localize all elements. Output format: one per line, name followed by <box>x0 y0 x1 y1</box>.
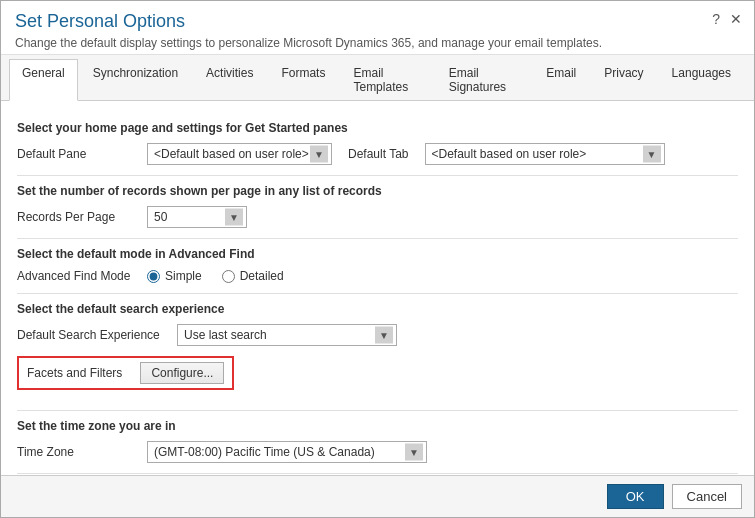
search-experience-select[interactable]: Use last search Categorized Search Relev… <box>177 324 397 346</box>
radio-simple[interactable]: Simple <box>147 269 202 283</box>
dialog-title: Set Personal Options <box>15 11 740 32</box>
records-section-header: Set the number of records shown per page… <box>17 184 738 198</box>
divider-1 <box>17 175 738 176</box>
records-per-page-select[interactable]: 50 25 75 100 <box>147 206 247 228</box>
radio-simple-input[interactable] <box>147 270 160 283</box>
dialog: Set Personal Options Change the default … <box>0 0 755 518</box>
default-pane-label: Default Pane <box>17 147 147 161</box>
tab-synchronization[interactable]: Synchronization <box>80 59 191 100</box>
default-tab-label: Default Tab <box>348 147 409 161</box>
content-area: Select your home page and settings for G… <box>1 101 754 475</box>
default-tab-select-wrapper: <Default based on user role> ▼ <box>425 143 665 165</box>
search-experience-label: Default Search Experience <box>17 328 177 342</box>
search-experience-select-wrapper: Use last search Categorized Search Relev… <box>177 324 397 346</box>
divider-3 <box>17 293 738 294</box>
radio-detailed-input[interactable] <box>222 270 235 283</box>
advanced-find-row: Advanced Find Mode Simple Detailed <box>17 269 738 283</box>
tab-formats[interactable]: Formats <box>268 59 338 100</box>
divider-4 <box>17 410 738 411</box>
advanced-find-label: Advanced Find Mode <box>17 269 147 283</box>
radio-detailed[interactable]: Detailed <box>222 269 284 283</box>
ok-button[interactable]: OK <box>607 484 664 509</box>
help-icon[interactable]: ? <box>712 11 720 27</box>
time-zone-row: Time Zone (GMT-08:00) Pacific Time (US &… <box>17 441 738 463</box>
advanced-find-section-header: Select the default mode in Advanced Find <box>17 247 738 261</box>
default-tab-select[interactable]: <Default based on user role> <box>425 143 665 165</box>
divider-2 <box>17 238 738 239</box>
radio-simple-label: Simple <box>165 269 202 283</box>
records-per-page-label: Records Per Page <box>17 210 147 224</box>
default-pane-select[interactable]: <Default based on user role> <box>147 143 332 165</box>
records-per-page-row: Records Per Page 50 25 75 100 ▼ <box>17 206 738 228</box>
search-experience-row: Default Search Experience Use last searc… <box>17 324 738 346</box>
time-zone-select[interactable]: (GMT-08:00) Pacific Time (US & Canada) (… <box>147 441 427 463</box>
close-icon[interactable]: ✕ <box>730 11 742 27</box>
time-zone-select-wrapper: (GMT-08:00) Pacific Time (US & Canada) (… <box>147 441 427 463</box>
facets-filters-label: Facets and Filters <box>27 366 122 380</box>
home-page-section-header: Select your home page and settings for G… <box>17 121 738 135</box>
tab-email-signatures[interactable]: Email Signatures <box>436 59 532 100</box>
time-zone-section-header: Set the time zone you are in <box>17 419 738 433</box>
configure-button[interactable]: Configure... <box>140 362 224 384</box>
tab-activities[interactable]: Activities <box>193 59 266 100</box>
dialog-subtitle: Change the default display settings to p… <box>15 36 740 50</box>
cancel-button[interactable]: Cancel <box>672 484 742 509</box>
default-pane-select-wrapper: <Default based on user role> ▼ <box>147 143 332 165</box>
time-zone-label: Time Zone <box>17 445 147 459</box>
tab-email-templates[interactable]: Email Templates <box>340 59 433 100</box>
title-bar: Set Personal Options Change the default … <box>1 1 754 55</box>
records-per-page-select-wrapper: 50 25 75 100 ▼ <box>147 206 247 228</box>
search-section-header: Select the default search experience <box>17 302 738 316</box>
default-pane-row: Default Pane <Default based on user role… <box>17 143 738 165</box>
dialog-footer: OK Cancel <box>1 475 754 517</box>
tab-bar: General Synchronization Activities Forma… <box>1 55 754 101</box>
title-bar-icons: ? ✕ <box>712 11 742 27</box>
tab-privacy[interactable]: Privacy <box>591 59 656 100</box>
facets-filters-row: Facets and Filters Configure... <box>17 356 738 400</box>
advanced-find-radio-group: Simple Detailed <box>147 269 284 283</box>
facets-filters-highlighted: Facets and Filters Configure... <box>17 356 234 390</box>
divider-5 <box>17 473 738 474</box>
tab-general[interactable]: General <box>9 59 78 101</box>
tab-languages[interactable]: Languages <box>659 59 744 100</box>
tab-email[interactable]: Email <box>533 59 589 100</box>
radio-detailed-label: Detailed <box>240 269 284 283</box>
